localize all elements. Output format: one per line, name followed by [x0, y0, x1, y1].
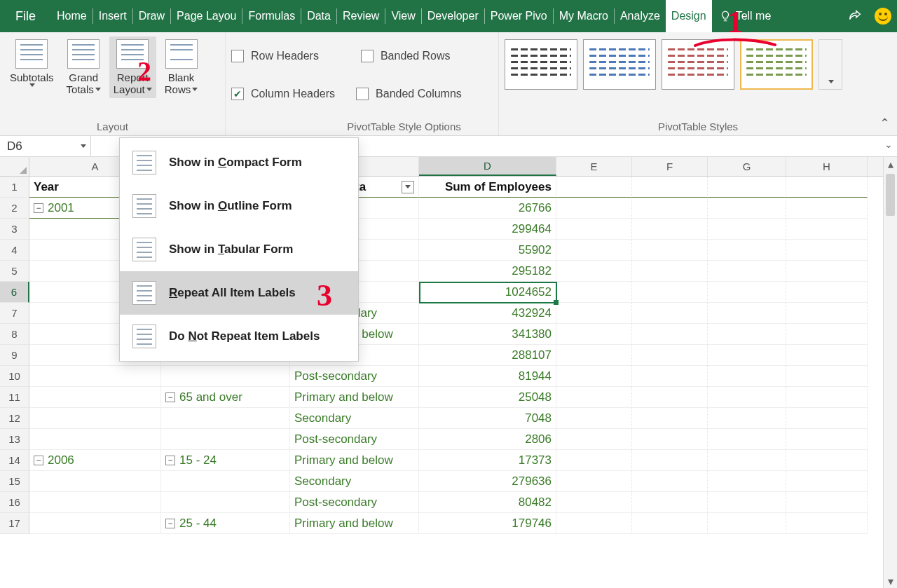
- cell[interactable]: [786, 261, 868, 282]
- col-F[interactable]: F: [632, 157, 708, 176]
- cell[interactable]: 295182: [419, 261, 556, 282]
- cell[interactable]: [161, 471, 290, 492]
- cell[interactable]: 288107: [419, 345, 556, 366]
- cell[interactable]: [708, 513, 786, 534]
- filter-button[interactable]: [402, 181, 414, 193]
- cell[interactable]: [29, 408, 161, 429]
- cell[interactable]: [556, 177, 632, 198]
- cell[interactable]: [786, 429, 868, 450]
- formula-expand-button[interactable]: ⌄: [884, 139, 893, 150]
- cell[interactable]: [632, 324, 708, 345]
- cell[interactable]: [29, 513, 161, 534]
- col-D[interactable]: D: [419, 157, 556, 176]
- row-header[interactable]: 4: [0, 240, 29, 261]
- cell[interactable]: [161, 366, 290, 387]
- name-box[interactable]: D6: [0, 136, 91, 156]
- cell[interactable]: [632, 219, 708, 240]
- tab-my-macro[interactable]: My Macro: [554, 0, 614, 32]
- cell[interactable]: [786, 513, 868, 534]
- cell[interactable]: [29, 366, 161, 387]
- cell[interactable]: [708, 492, 786, 513]
- cell[interactable]: 341380: [419, 324, 556, 345]
- cell[interactable]: 26766: [419, 198, 556, 219]
- cell[interactable]: [786, 282, 868, 303]
- cell[interactable]: [29, 429, 161, 450]
- expand-toggle[interactable]: −: [165, 392, 175, 402]
- share-button[interactable]: [845, 6, 865, 26]
- cell[interactable]: Post-secondary: [290, 366, 419, 387]
- row-header[interactable]: 14: [0, 450, 29, 471]
- cell[interactable]: Secondary: [290, 408, 419, 429]
- row-header[interactable]: 17: [0, 513, 29, 534]
- cell[interactable]: [556, 303, 632, 324]
- row-header[interactable]: 1: [0, 177, 29, 198]
- cell[interactable]: [556, 366, 632, 387]
- cell[interactable]: [556, 471, 632, 492]
- style-thumb-1[interactable]: [505, 39, 577, 90]
- cell[interactable]: [161, 429, 290, 450]
- scroll-thumb[interactable]: [886, 174, 895, 216]
- menu-item[interactable]: Do Not Repeat Item Labels: [120, 315, 358, 358]
- cell[interactable]: [556, 450, 632, 471]
- cell[interactable]: 299464: [419, 219, 556, 240]
- cell[interactable]: 7048: [419, 408, 556, 429]
- report-layout-button[interactable]: ReportLayout: [109, 36, 156, 98]
- cell[interactable]: [708, 303, 786, 324]
- cell[interactable]: [786, 303, 868, 324]
- cell[interactable]: [29, 387, 161, 408]
- cell[interactable]: [786, 492, 868, 513]
- cell[interactable]: [708, 429, 786, 450]
- cell[interactable]: [632, 366, 708, 387]
- cell[interactable]: [786, 240, 868, 261]
- style-thumb-2[interactable]: [583, 39, 656, 90]
- subtotals-button[interactable]: Subtotals: [6, 36, 58, 90]
- menu-item[interactable]: Show in Compact Form: [120, 141, 358, 184]
- row-header[interactable]: 10: [0, 366, 29, 387]
- cell[interactable]: [708, 261, 786, 282]
- col-H[interactable]: H: [786, 157, 868, 176]
- cell[interactable]: [556, 198, 632, 219]
- cell[interactable]: [708, 177, 786, 198]
- cell[interactable]: Post-secondary: [290, 492, 419, 513]
- cell[interactable]: 55902: [419, 240, 556, 261]
- cell[interactable]: Sum of Employees: [419, 177, 556, 198]
- cell[interactable]: 25048: [419, 387, 556, 408]
- cell[interactable]: [29, 492, 161, 513]
- tab-file[interactable]: File: [0, 0, 51, 32]
- expand-toggle[interactable]: −: [34, 456, 43, 465]
- cell[interactable]: [708, 408, 786, 429]
- cell[interactable]: [786, 450, 868, 471]
- cell[interactable]: [708, 219, 786, 240]
- cell[interactable]: [786, 408, 868, 429]
- tab-data[interactable]: Data: [301, 0, 336, 32]
- cell[interactable]: [786, 177, 868, 198]
- menu-item[interactable]: Show in Outline Form: [120, 184, 358, 228]
- cell[interactable]: −25 - 44: [161, 513, 290, 534]
- cell[interactable]: [556, 513, 632, 534]
- scroll-down-button[interactable]: ▾: [884, 574, 897, 588]
- cell[interactable]: [556, 387, 632, 408]
- cell[interactable]: [786, 219, 868, 240]
- cell[interactable]: [556, 219, 632, 240]
- cell[interactable]: Post-secondary: [290, 429, 419, 450]
- cell[interactable]: [708, 324, 786, 345]
- cell[interactable]: [786, 366, 868, 387]
- cell[interactable]: [161, 408, 290, 429]
- cell[interactable]: [632, 345, 708, 366]
- tab-design[interactable]: Design: [666, 0, 712, 32]
- cell[interactable]: [161, 492, 290, 513]
- row-header[interactable]: 12: [0, 408, 29, 429]
- cell[interactable]: 17373: [419, 450, 556, 471]
- select-all-corner[interactable]: [0, 157, 29, 176]
- cell[interactable]: 80482: [419, 492, 556, 513]
- cell[interactable]: −15 - 24: [161, 450, 290, 471]
- styles-more-button[interactable]: [819, 39, 842, 90]
- tab-analyze[interactable]: Analyze: [615, 0, 666, 32]
- row-header[interactable]: 11: [0, 387, 29, 408]
- cell[interactable]: Primary and below: [290, 450, 419, 471]
- cell[interactable]: −2006: [29, 450, 161, 471]
- row-header[interactable]: 9: [0, 345, 29, 366]
- expand-toggle[interactable]: −: [165, 456, 175, 465]
- cell[interactable]: 432924: [419, 303, 556, 324]
- grand-totals-button[interactable]: GrandTotals: [62, 36, 105, 98]
